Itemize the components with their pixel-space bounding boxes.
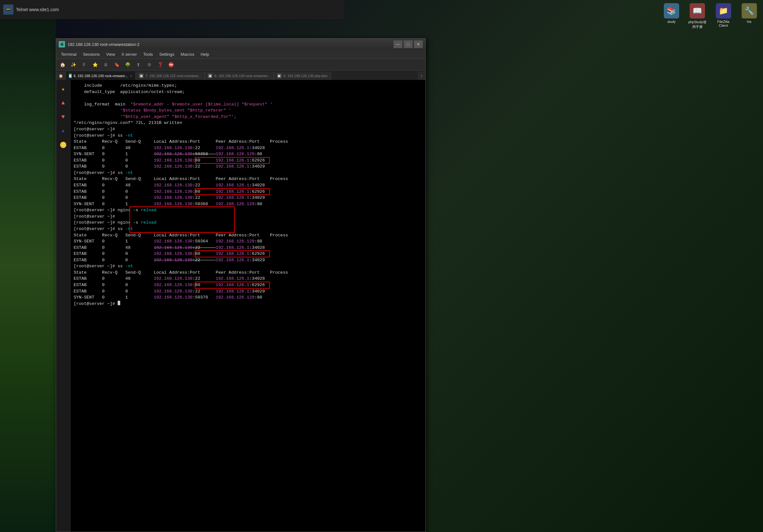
terminal-line-1: default_type application/octet-stream; (74, 89, 422, 95)
terminal-line-17: ESTAB 0 0 192.168.126.130:80 192.168.126… (74, 189, 422, 195)
tab-6-close[interactable]: ✕ (130, 74, 132, 78)
terminal-line-27: ESTAB 0 0 192.168.126.130:80 192.168.126… (74, 251, 422, 257)
terminal-line-28: ESTAB 0 0 192.168.126.130:22 192.168.126… (74, 257, 422, 263)
desktop-icon-his[interactable]: 🔧 his (739, 3, 760, 60)
toolbar-upload[interactable]: ⬆ (134, 60, 143, 69)
taskbar-title: Telnet www.site1.com (16, 7, 59, 12)
content-area: ★ ▲ ▼ ✈ 🪙 include /etc/nginx/mime.types;… (56, 80, 425, 532)
moba-window: 🖥 192.168.126.130 rock-vmwarestation-2 —… (56, 38, 426, 532)
toolbar-help[interactable]: ❓ (155, 60, 165, 69)
terminal-line-21: [root@server ~]# (74, 214, 422, 220)
tab-7[interactable]: ▣ 7. 192.168.126.132 rock-vmwares... (136, 72, 205, 80)
terminal-line-0: include /etc/nginx/mime.types; (74, 82, 422, 89)
terminal-line-19: SYN-SENT 0 1 192.168.126.130:50360 192.1… (74, 201, 422, 207)
terminal-line-14: [root@server ~]# ss -nt (74, 170, 422, 176)
toolbar-sparkle[interactable]: ✨ (68, 60, 78, 69)
menu-view[interactable]: View (103, 50, 118, 59)
maximize-button[interactable]: □ (404, 41, 413, 48)
toolbar-home[interactable]: 🏠 (58, 60, 67, 69)
toolbar: 🏠 ✨ 🎙 ⭐ 🖥 🔖 🌳 ⬆ ⚙ ❓ ⛔ (56, 59, 425, 70)
tab-8-label: 8. 192.168.126.134 rock-vmwares... (214, 74, 270, 78)
terminal-line-3: log_format main '$remote_addr - $remote_… (74, 101, 422, 108)
tab-6-icon: ▣ (69, 74, 72, 78)
terminal-line-32: ESTAB 0 0 192.168.126.130:80 192.168.126… (74, 282, 422, 288)
desktop-icon-study[interactable]: 📚 study (661, 3, 682, 60)
menu-settings[interactable]: Settings (156, 50, 177, 59)
phpstudy-label: phpStudy使 用手册 (688, 20, 707, 29)
his-icon: 🔧 (742, 3, 757, 19)
terminal-line-8: [root@server ~]# ss -nt (74, 133, 422, 139)
filezilla-label: FileZilla Client (717, 20, 729, 27)
toolbar-tree[interactable]: 🌳 (123, 60, 132, 69)
sidebar-arrow-down[interactable]: ▼ (57, 111, 69, 123)
menu-bar: Terminal Sessions View X server Tools Se… (56, 50, 425, 59)
tab-6[interactable]: 🏠 (56, 72, 66, 80)
terminal-line-20: [root@server ~]# nginx -s reload (74, 207, 422, 214)
toolbar-monitor[interactable]: 🖥 (101, 60, 111, 69)
menu-terminal[interactable]: Terminal (58, 50, 80, 59)
title-bar-left: 🖥 192.168.126.130 rock-vmwarestation-2 (59, 41, 139, 47)
minimize-button[interactable]: — (393, 41, 402, 48)
tab-nav-arrow[interactable]: › (418, 72, 425, 80)
taskbar-icon: 📟 (3, 4, 13, 15)
menu-macros[interactable]: Macros (177, 50, 198, 59)
taskbar: 📟 Telnet www.site1.com (0, 0, 344, 19)
title-buttons: — □ ✕ (393, 41, 423, 48)
sidebar-plane[interactable]: ✈ (57, 125, 69, 137)
menu-tools[interactable]: Tools (140, 50, 156, 59)
moba-title-icon: 🖥 (59, 41, 65, 47)
terminal-line-15: State Recv-Q Send-Q Local Address:Port P… (74, 176, 422, 182)
tab-8-icon: ▣ (208, 74, 212, 78)
his-label: his (747, 20, 751, 24)
terminal-line-9: State Recv-Q Send-Q Local Address:Port P… (74, 138, 422, 145)
terminal-line-33: ESTAB 0 0 192.168.126.130:22 192.168.126… (74, 288, 422, 295)
terminal-line-23: [root@server ~]# ss -nt (74, 226, 422, 232)
terminal-line-12: ESTAB 0 0 192.168.126.130:80 192.168.126… (74, 157, 422, 164)
toolbar-stop[interactable]: ⛔ (166, 60, 176, 69)
terminal-line-24: State Recv-Q Send-Q Local Address:Port P… (74, 232, 422, 239)
sidebar-star[interactable]: ★ (57, 83, 69, 95)
terminal-line-34: SYN-SENT 0 1 192.168.126.130:50370 192.1… (74, 294, 422, 301)
window-title: 192.168.126.130 rock-vmwarestation-2 (67, 42, 139, 47)
close-button[interactable]: ✕ (414, 41, 423, 48)
phpstudy-icon: 📖 (690, 3, 705, 19)
desktop-icon-filezilla[interactable]: 📁 FileZilla Client (713, 3, 734, 60)
terminal-line-29: [root@server ~]# ss -nt (74, 263, 422, 270)
toolbar-mic[interactable]: 🎙 (79, 60, 89, 69)
tab-6-label: 6. 192.168.126.130 rock-vmware... (74, 74, 128, 78)
terminal-line-13: ESTAB 0 0 192.168.126.130:22 192.168.126… (74, 163, 422, 170)
terminal-line-18: ESTAB 0 0 192.168.126.130:22 192.168.126… (74, 195, 422, 201)
toolbar-gear[interactable]: ⚙ (145, 60, 154, 69)
terminal-line-30: State Recv-Q Send-Q Local Address:Port P… (74, 270, 422, 276)
terminal[interactable]: include /etc/nginx/mime.types; default_t… (70, 80, 425, 532)
tab-7-label: 7. 192.168.126.132 rock-vmwares... (146, 74, 201, 78)
terminal-line-4: '$status $body_bytes_sent "$http_referer… (74, 107, 422, 114)
desktop-icons-area: 📚 study 📖 phpStudy使 用手册 📁 FileZilla Clie… (658, 0, 763, 64)
tab-9-label: 9. 192.168.126.135 php-fpm (283, 74, 327, 78)
terminal-line-11: SYN-SENT 0 1 192.168.126.130:50358 192.1… (74, 151, 422, 157)
terminal-line-16: ESTAB 0 48 192.168.126.130:22 192.168.12… (74, 182, 422, 189)
tab-8[interactable]: ▣ 8. 192.168.126.134 rock-vmwares... (205, 72, 273, 80)
menu-xserver[interactable]: X server (118, 50, 140, 59)
terminal-line-6: "/etc/nginx/nginx.conf" 72L, 2131B writt… (74, 120, 422, 126)
title-bar: 🖥 192.168.126.130 rock-vmwarestation-2 —… (56, 39, 425, 50)
desktop-icon-phpstudy[interactable]: 📖 phpStudy使 用手册 (687, 3, 708, 60)
tab-9[interactable]: ▣ 9. 192.168.126.135 php-fpm (274, 72, 331, 80)
desktop-background-left (0, 0, 56, 532)
terminal-line-25: SYN-SENT 0 1 192.168.126.130:50364 192.1… (74, 238, 422, 245)
tab-9-icon: ▣ (277, 74, 281, 78)
menu-help[interactable]: Help (197, 50, 212, 59)
toolbar-bookmark[interactable]: 🔖 (112, 60, 122, 69)
tab-active-6[interactable]: ▣ 6. 192.168.126.130 rock-vmware... ✕ (66, 72, 136, 80)
sidebar-coin[interactable]: 🪙 (57, 139, 69, 151)
menu-sessions[interactable]: Sessions (80, 50, 103, 59)
terminal-line-7: [root@server ~]# (74, 126, 422, 133)
toolbar-star[interactable]: ⭐ (90, 60, 100, 69)
terminal-line-26: ESTAB 0 48 192.168.126.130:22 192.168.12… (74, 245, 422, 251)
study-label: study (667, 20, 676, 24)
tab-7-icon: ▣ (139, 74, 144, 78)
terminal-line-2 (74, 95, 422, 101)
tab-6-home-icon: 🏠 (59, 74, 63, 78)
sidebar-arrow-up[interactable]: ▲ (57, 97, 69, 109)
terminal-line-22: [root@server ~]# nginx -s reload (74, 220, 422, 226)
